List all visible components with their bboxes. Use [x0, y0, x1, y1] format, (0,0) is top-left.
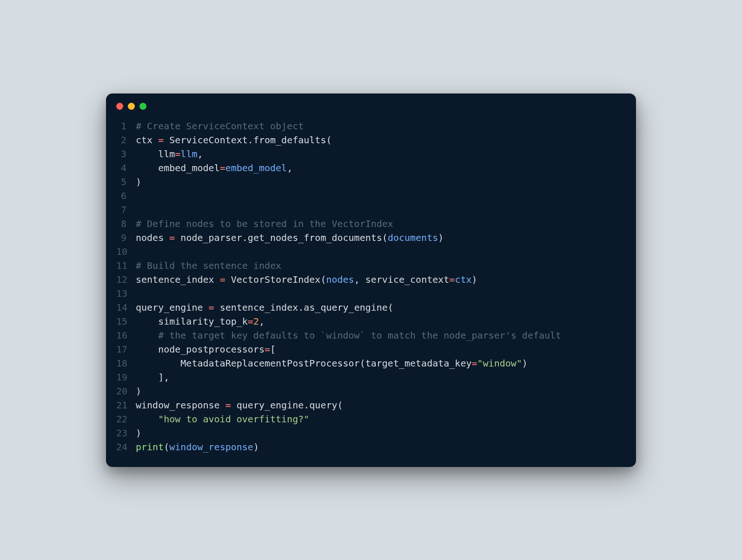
code-line[interactable]: 22 "how to avoid overfitting?" [116, 412, 626, 426]
line-number: 9 [116, 231, 136, 245]
token-punct: . [304, 400, 309, 411]
token-attr: window_response [169, 441, 253, 453]
line-content: ) [136, 175, 141, 189]
token-def: node_parser [175, 232, 242, 243]
token-op: = [158, 134, 164, 146]
token-def: window_response [136, 400, 225, 411]
token-str: "window" [477, 358, 522, 369]
token-def: MetadataReplacementPostProcessor [136, 358, 360, 369]
token-def: service_context [365, 274, 450, 285]
line-number: 23 [116, 426, 136, 440]
token-punct: , [197, 148, 203, 160]
code-line[interactable]: 23) [116, 426, 626, 440]
token-func: query [309, 400, 337, 411]
code-line[interactable]: 5) [116, 175, 626, 189]
token-punct: , [259, 316, 265, 327]
token-def: llm [136, 148, 175, 160]
code-line[interactable]: 17 node_postprocessors=[ [116, 342, 626, 356]
close-icon[interactable] [116, 103, 123, 110]
token-def: sentence_index [136, 274, 220, 285]
token-op: = [248, 316, 253, 327]
line-number: 3 [116, 147, 136, 161]
code-line[interactable]: 4 embed_model=embed_model, [116, 161, 626, 175]
code-line[interactable]: 24print(window_response) [116, 440, 626, 454]
code-line[interactable]: 18 MetadataReplacementPostProcessor(targ… [116, 356, 626, 370]
code-window: 1# Create ServiceContext object2ctx = Se… [106, 93, 636, 467]
code-line[interactable]: 6 [116, 189, 626, 203]
line-content: node_postprocessors=[ [136, 342, 276, 356]
line-number: 4 [116, 161, 136, 175]
token-op: = [220, 274, 225, 285]
token-builtin: print [136, 441, 164, 453]
token-punct: ) [136, 176, 141, 187]
line-number: 18 [116, 356, 136, 370]
code-line[interactable]: 13 [116, 287, 626, 300]
line-content: llm=llm, [136, 147, 203, 161]
code-line[interactable]: 14query_engine = sentence_index.as_query… [116, 300, 626, 314]
line-content: ], [136, 370, 169, 384]
code-line[interactable]: 16 # the target key defaults to `window`… [116, 328, 626, 342]
code-line[interactable]: 7 [116, 203, 626, 217]
token-comment: # Create ServiceContext object [136, 120, 304, 132]
line-number: 21 [116, 398, 136, 412]
line-number: 10 [116, 245, 136, 259]
token-punct: ) [438, 232, 444, 243]
code-editor[interactable]: 1# Create ServiceContext object2ctx = Se… [106, 114, 636, 454]
token-attr: embed_model [225, 162, 287, 173]
line-number: 6 [116, 189, 136, 203]
zoom-icon[interactable] [139, 103, 146, 110]
line-number: 5 [116, 175, 136, 189]
code-line[interactable]: 10 [116, 245, 626, 259]
code-line[interactable]: 19 ], [116, 370, 626, 384]
minimize-icon[interactable] [128, 103, 135, 110]
token-punct: . [248, 134, 253, 146]
line-number: 14 [116, 300, 136, 314]
line-content: ) [136, 384, 141, 398]
line-number: 8 [116, 217, 136, 231]
token-punct: ( [388, 302, 393, 313]
line-number: 7 [116, 203, 136, 217]
token-def: query_engine [231, 400, 304, 411]
code-line[interactable]: 3 llm=llm, [116, 147, 626, 161]
token-def [136, 413, 158, 425]
token-def: node_postprocessors [136, 344, 265, 355]
code-line[interactable]: 2ctx = ServiceContext.from_defaults( [116, 133, 626, 147]
token-comment: # Build the sentence index [136, 260, 281, 271]
token-punct: , [287, 162, 292, 173]
line-content: query_engine = sentence_index.as_query_e… [136, 300, 393, 314]
code-line[interactable]: 1# Create ServiceContext object [116, 119, 626, 133]
token-attr: nodes [326, 274, 354, 285]
code-line[interactable]: 21window_response = query_engine.query( [116, 398, 626, 412]
line-content: MetadataReplacementPostProcessor(target_… [136, 356, 528, 370]
token-punct: . [242, 232, 248, 243]
token-punct: ( [382, 232, 388, 243]
code-line[interactable]: 9nodes = node_parser.get_nodes_from_docu… [116, 231, 626, 245]
line-content: sentence_index = VectorStoreIndex(nodes,… [136, 273, 477, 287]
token-punct: ( [164, 441, 169, 453]
token-punct: ) [522, 358, 528, 369]
line-content: # Build the sentence index [136, 259, 281, 273]
token-punct: ) [253, 441, 259, 453]
line-content: ) [136, 426, 141, 440]
token-op: = [449, 274, 455, 285]
token-punct: ], [158, 372, 169, 383]
token-str: "how to avoid overfitting?" [158, 413, 309, 425]
token-comment: # the target key defaults to `window` to… [158, 330, 561, 341]
token-op: = [265, 344, 270, 355]
code-line[interactable]: 8# Define nodes to be stored in the Vect… [116, 217, 626, 231]
code-line[interactable]: 20) [116, 384, 626, 398]
token-def [136, 330, 158, 341]
line-number: 2 [116, 133, 136, 147]
line-content: ctx = ServiceContext.from_defaults( [136, 133, 331, 147]
token-attr: documents [388, 232, 438, 243]
code-line[interactable]: 11# Build the sentence index [116, 259, 626, 273]
line-number: 22 [116, 412, 136, 426]
token-op: = [220, 162, 225, 173]
token-comment: # Define nodes to be stored in the Vecto… [136, 218, 393, 229]
token-def: ServiceContext [164, 134, 248, 146]
token-def: similarity_top_k [136, 316, 248, 327]
token-punct: . [298, 302, 304, 313]
code-line[interactable]: 12sentence_index = VectorStoreIndex(node… [116, 273, 626, 287]
line-content: similarity_top_k=2, [136, 314, 265, 328]
code-line[interactable]: 15 similarity_top_k=2, [116, 314, 626, 328]
